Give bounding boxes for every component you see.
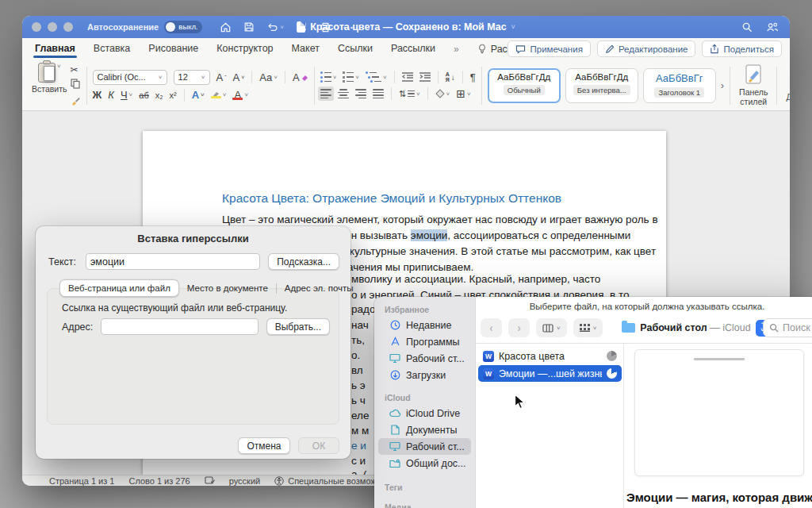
location-dropdown[interactable]: Рабочий стол — iCloud ˆ˅ [622, 320, 768, 337]
align-left-button[interactable] [318, 87, 334, 101]
multilevel-list-icon[interactable]: ˅ [366, 71, 387, 83]
finder-toolbar: ‹ › ˅ ˅ Рабочий стол — iCloud ˆ˅ [476, 316, 812, 340]
font-color-button[interactable]: А˅ [232, 90, 248, 100]
bullet-list-icon[interactable]: ˅ [320, 71, 337, 83]
tab-web-page-or-file[interactable]: Веб-страница или файл [59, 279, 179, 297]
paste-button[interactable]: ˅ Вставить [32, 63, 67, 94]
finder-search-field[interactable] [763, 318, 812, 337]
change-case-button[interactable]: Аа˅ [259, 71, 278, 83]
sidebar-item-downloads[interactable]: Загрузки [378, 367, 471, 383]
autosave-toggle[interactable]: ВЫКЛ. [164, 21, 202, 33]
format-painter-icon[interactable] [71, 94, 81, 109]
choose-button[interactable]: Выбрать... [266, 318, 330, 335]
page-count[interactable]: Страница 1 из 1 [49, 476, 114, 486]
group-button[interactable]: ˅ [573, 318, 603, 337]
text-effects-button[interactable]: А˅ [192, 89, 205, 101]
column-view-icon [542, 324, 553, 333]
selected-word[interactable]: эмоции [411, 229, 448, 241]
window-title: Красота цвета — Сохранено в: Мой Mac [310, 21, 506, 33]
cancel-button[interactable]: Отмена [238, 437, 290, 454]
shrink-font-button[interactable]: А˅ [233, 71, 245, 83]
style-pane-button[interactable]: Панельстилей [736, 64, 771, 106]
superscript-button[interactable]: х² [169, 90, 176, 100]
sidebar-item-documents[interactable]: Документы [378, 421, 471, 438]
document-line: мволику и ассоциации. Красный, например,… [351, 273, 600, 285]
numbered-list-icon[interactable]: ˅ [343, 71, 359, 83]
tab-design[interactable]: Конструктор [216, 39, 273, 60]
copy-icon[interactable] [71, 78, 81, 92]
tab-draw[interactable]: Рисование [148, 39, 198, 60]
cut-icon[interactable]: ✂ [71, 64, 81, 75]
save-icon[interactable] [243, 21, 255, 33]
font-size-select[interactable]: 12˅ [174, 70, 210, 85]
style-no-spacing[interactable]: АаБбВвГгДд Без интерва... [565, 68, 638, 103]
style-heading1[interactable]: АаБбВвГг Заголовок 1 [643, 68, 716, 103]
bold-button[interactable]: Ж [93, 89, 102, 101]
address-input[interactable] [101, 318, 258, 335]
sidebar-item-icloud-drive[interactable]: iCloud Drive [378, 405, 471, 421]
word-titlebar: Автосохранение ВЫКЛ. ˅ ··· Красота цвета… [22, 16, 790, 38]
strikethrough-button[interactable]: аб [139, 90, 148, 100]
language-status[interactable]: русский [229, 476, 260, 486]
increase-indent-icon[interactable] [419, 72, 431, 82]
align-center-button[interactable] [338, 89, 349, 98]
close-button[interactable] [32, 22, 41, 32]
share-button[interactable]: Поделиться [702, 40, 782, 57]
tab-email-address[interactable]: Адрес эл. почты [277, 280, 362, 296]
sidebar-item-desktop[interactable]: Рабочий ст... [378, 350, 471, 367]
align-right-button[interactable] [355, 89, 366, 98]
decrease-indent-icon[interactable] [402, 72, 413, 82]
back-button[interactable]: ‹ [481, 318, 502, 337]
tab-home[interactable]: Главная [35, 39, 75, 60]
tab-insert[interactable]: Вставка [94, 39, 130, 60]
search-icon[interactable] [741, 21, 753, 33]
tab-layout[interactable]: Макет [292, 39, 320, 60]
tab-place-in-document[interactable]: Место в документе [179, 280, 276, 296]
home-icon[interactable] [220, 21, 232, 33]
borders-button[interactable]: ⊞˅ [456, 87, 470, 100]
word-count[interactable]: Слово 1 из 276 [128, 476, 190, 486]
sort-icon[interactable]: АЯ↓ [446, 71, 455, 83]
style-normal[interactable]: АаБбВвГгДд Обычный [488, 68, 561, 103]
sidebar-item-shared[interactable]: Общий дос... [378, 455, 471, 471]
mouse-cursor [514, 394, 526, 414]
grow-font-button[interactable]: Аˆ [216, 71, 227, 83]
pilcrow-icon[interactable]: ¶ [470, 71, 476, 83]
tab-references[interactable]: Ссылки [338, 39, 373, 60]
underline-button[interactable]: Ч [121, 89, 128, 101]
document-fragment: нач [351, 319, 369, 331]
shading-button[interactable]: ˅ [435, 89, 450, 98]
sidebar-item-recents[interactable]: Недавние [378, 317, 471, 333]
spellcheck-status[interactable] [205, 476, 215, 485]
sidebar-item-desktop-icloud[interactable]: Рабочий ст... [378, 438, 471, 455]
file-row-emocii[interactable]: W Эмоции —...шей жизнью [478, 365, 622, 382]
tabs-overflow-icon[interactable]: » [454, 44, 459, 55]
desktop-icon [389, 353, 401, 364]
tab-mailings[interactable]: Рассылки [391, 39, 435, 60]
dictate-button[interactable]: Диктовать [783, 69, 790, 102]
file-row-krasota[interactable]: W Красота цвета [478, 348, 622, 364]
justify-button[interactable] [373, 89, 384, 98]
contacts-icon[interactable] [766, 21, 779, 33]
highlight-button[interactable]: ˅ [211, 91, 227, 98]
view-mode-button[interactable]: ˅ [536, 318, 567, 337]
styles-more-icon[interactable]: › [721, 79, 724, 91]
word-file-icon: W [483, 368, 494, 379]
zoom-button[interactable] [63, 22, 73, 32]
forward-button[interactable]: › [508, 318, 530, 337]
line-spacing-button[interactable]: ⇅˅ [399, 89, 420, 99]
title-chevron-icon[interactable]: ˅ [511, 23, 515, 31]
editing-mode-button[interactable]: Редактирование [597, 40, 696, 57]
search-input[interactable] [783, 322, 812, 333]
comments-button[interactable]: Примечания [508, 40, 590, 57]
font-name-select[interactable]: Calibri (Ос...˅ [93, 70, 167, 85]
clear-formatting-button[interactable]: А [293, 71, 308, 83]
subscript-button[interactable]: х₂ [155, 90, 163, 100]
screentip-button[interactable]: Подсказка... [268, 253, 339, 270]
sidebar-section-icloud: iCloud [374, 383, 475, 405]
sidebar-item-applications[interactable]: Программы [378, 333, 471, 350]
undo-icon[interactable]: ˅ [266, 21, 284, 33]
italic-button[interactable]: К [108, 89, 114, 101]
minimize-button[interactable] [48, 22, 57, 32]
link-text-input[interactable] [86, 253, 260, 270]
